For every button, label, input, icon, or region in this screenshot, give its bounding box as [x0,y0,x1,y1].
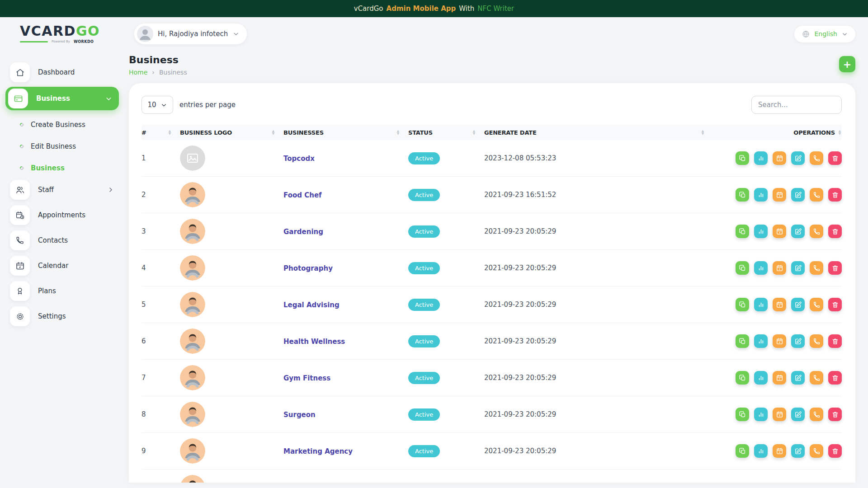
delete-button[interactable] [828,261,842,275]
edit-button[interactable] [791,408,805,421]
copy-button[interactable] [736,371,749,385]
sidebar-item-calendar[interactable]: Calendar [5,255,119,277]
status-badge[interactable]: Active [408,299,440,311]
sidebar-item-dashboard[interactable]: Dashboard [5,61,119,83]
contact-button[interactable] [810,151,823,165]
contact-button[interactable] [810,334,823,348]
edit-button[interactable] [791,261,805,275]
edit-button[interactable] [791,188,805,202]
language-selector[interactable]: English [794,26,855,42]
delete-button[interactable] [828,444,842,458]
add-business-button[interactable]: + [839,56,855,72]
calendar-button[interactable] [773,261,786,275]
edit-button[interactable] [791,444,805,458]
analytics-button[interactable] [754,225,768,238]
business-name-link[interactable]: Health Wellness [283,338,345,346]
business-name-link[interactable]: Food Chef [283,191,322,199]
business-name-link[interactable]: Gardening [283,228,323,236]
edit-button[interactable] [791,225,805,238]
analytics-button[interactable] [754,444,768,458]
edit-icon [794,301,802,309]
sidebar-subitem-business[interactable]: Business [5,157,119,179]
contact-button[interactable] [810,298,823,311]
status-badge[interactable]: Active [408,225,440,238]
calendar-button[interactable] [773,188,786,202]
edit-button[interactable] [791,371,805,385]
column-header-businesses[interactable]: BUSINESSES ▲▼ [283,125,408,140]
delete-button[interactable] [828,334,842,348]
status-badge[interactable]: Active [408,262,440,274]
business-name-link[interactable]: Topcodx [283,155,315,163]
status-badge[interactable]: Active [408,335,440,347]
copy-button[interactable] [736,261,749,275]
calendar-button[interactable] [773,444,786,458]
business-name-link[interactable]: Photography [283,264,333,272]
sidebar-item-business[interactable]: Business [5,87,119,110]
contact-button[interactable] [810,261,823,275]
business-name-link[interactable]: Gym Fitness [283,374,330,382]
analytics-button[interactable] [754,334,768,348]
analytics-button[interactable] [754,371,768,385]
sidebar-item-plans[interactable]: Plans [5,280,119,302]
copy-button[interactable] [736,225,749,238]
contact-button[interactable] [810,225,823,238]
status-badge[interactable]: Active [408,189,440,201]
entries-per-page-select[interactable]: 10 [142,96,173,114]
business-name-link[interactable]: Surgeon [283,411,316,419]
sidebar-item-contacts[interactable]: Contacts [5,230,119,251]
analytics-button[interactable] [754,298,768,311]
contact-button[interactable] [810,444,823,458]
status-badge[interactable]: Active [408,408,440,421]
delete-button[interactable] [828,151,842,165]
delete-button[interactable] [828,188,842,202]
delete-button[interactable] [828,371,842,385]
delete-button[interactable] [828,225,842,238]
column-header-business-logo[interactable]: BUSINESS LOGO ▲▼ [180,125,283,140]
app-logo[interactable]: VCARDGO Powered By WORKDO [0,24,129,44]
copy-icon [739,155,746,162]
column-header-generate-date[interactable]: GENERATE DATE ▲▼ [484,125,713,140]
column-header-[interactable]: # ▲▼ [142,125,180,140]
business-name-link[interactable]: Marketing Agency [283,447,353,455]
column-header-status[interactable]: STATUS ▲▼ [408,125,484,140]
analytics-button[interactable] [754,408,768,421]
copy-button[interactable] [736,298,749,311]
copy-button[interactable] [736,408,749,421]
calendar-button[interactable] [773,298,786,311]
sidebar-item-settings[interactable]: Settings [5,305,119,327]
calendar-button[interactable] [773,334,786,348]
calendar-button[interactable] [773,225,786,238]
status-badge[interactable]: Active [408,152,440,164]
sidebar-subitem-edit-business[interactable]: Edit Business [5,136,119,157]
calendar-button[interactable] [773,408,786,421]
user-menu[interactable]: Hi, Rajodiya infotech [134,23,247,44]
copy-button[interactable] [736,151,749,165]
business-name-link[interactable]: Legal Advising [283,301,340,309]
edit-button[interactable] [791,298,805,311]
status-badge[interactable]: Active [408,372,440,384]
column-header-operations[interactable]: OPERATIONS ▲▼ [713,125,842,140]
contact-button[interactable] [810,408,823,421]
breadcrumb-home-link[interactable]: Home [129,69,147,76]
avatar-photo [180,328,205,354]
edit-button[interactable] [791,334,805,348]
copy-button[interactable] [736,334,749,348]
analytics-button[interactable] [754,151,768,165]
edit-button[interactable] [791,151,805,165]
copy-button[interactable] [736,188,749,202]
sidebar-subitem-create-business[interactable]: Create Business [5,114,119,136]
calendar-button[interactable] [773,371,786,385]
calendar-button[interactable] [773,151,786,165]
sidebar-item-staff[interactable]: Staff [5,179,119,201]
contact-button[interactable] [810,371,823,385]
table-row: 8 Surgeon Active 2021-09-23 20:05:29 [142,396,842,433]
analytics-button[interactable] [754,261,768,275]
delete-button[interactable] [828,298,842,311]
analytics-button[interactable] [754,188,768,202]
contact-button[interactable] [810,188,823,202]
status-badge[interactable]: Active [408,445,440,457]
copy-button[interactable] [736,444,749,458]
delete-button[interactable] [828,408,842,421]
sidebar-item-appointments[interactable]: Appointments [5,204,119,226]
search-input[interactable] [751,96,842,114]
